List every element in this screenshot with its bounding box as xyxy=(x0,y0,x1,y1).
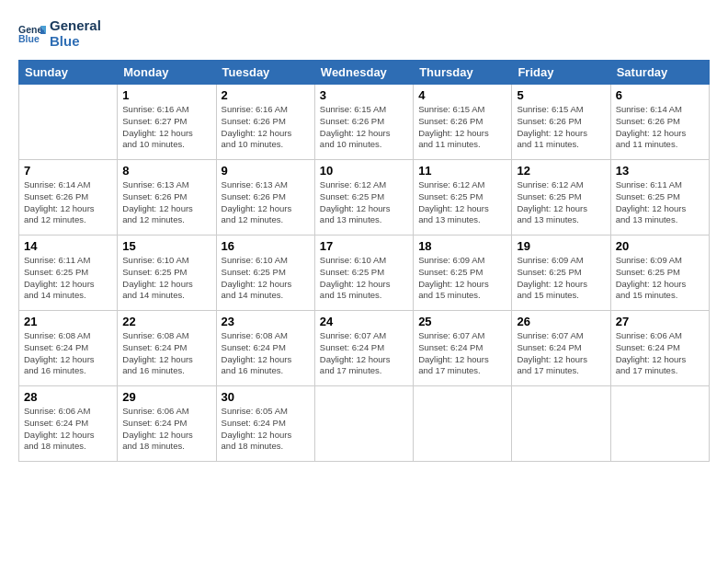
day-number: 17 xyxy=(320,239,408,253)
day-number: 23 xyxy=(222,315,310,328)
calendar-cell: 13Sunrise: 6:11 AM Sunset: 6:25 PM Dayli… xyxy=(610,160,709,236)
calendar-cell: 23Sunrise: 6:08 AM Sunset: 6:24 PM Dayli… xyxy=(216,311,314,386)
day-info: Sunrise: 6:07 AM Sunset: 6:24 PM Dayligh… xyxy=(517,330,605,377)
day-info: Sunrise: 6:13 AM Sunset: 6:26 PM Dayligh… xyxy=(222,179,310,226)
calendar-cell: 11Sunrise: 6:12 AM Sunset: 6:25 PM Dayli… xyxy=(414,160,512,236)
calendar-cell: 9Sunrise: 6:13 AM Sunset: 6:26 PM Daylig… xyxy=(216,160,314,236)
day-info: Sunrise: 6:15 AM Sunset: 6:26 PM Dayligh… xyxy=(517,104,605,151)
day-info: Sunrise: 6:16 AM Sunset: 6:26 PM Dayligh… xyxy=(222,104,310,151)
day-info: Sunrise: 6:08 AM Sunset: 6:24 PM Dayligh… xyxy=(222,330,310,377)
day-info: Sunrise: 6:10 AM Sunset: 6:25 PM Dayligh… xyxy=(320,255,408,302)
calendar-cell: 4Sunrise: 6:15 AM Sunset: 6:26 PM Daylig… xyxy=(414,85,512,160)
day-info: Sunrise: 6:09 AM Sunset: 6:25 PM Dayligh… xyxy=(517,255,605,302)
day-info: Sunrise: 6:14 AM Sunset: 6:26 PM Dayligh… xyxy=(616,104,704,151)
day-number: 9 xyxy=(222,164,310,178)
day-number: 13 xyxy=(616,164,704,178)
day-number: 16 xyxy=(222,239,310,253)
calendar-table: SundayMondayTuesdayWednesdayThursdayFrid… xyxy=(18,60,710,462)
day-number: 26 xyxy=(517,315,605,328)
calendar-cell: 10Sunrise: 6:12 AM Sunset: 6:25 PM Dayli… xyxy=(314,160,413,236)
day-number: 8 xyxy=(122,164,210,178)
col-header-thursday: Thursday xyxy=(414,61,512,85)
calendar-cell: 21Sunrise: 6:08 AM Sunset: 6:24 PM Dayli… xyxy=(19,311,118,386)
day-info: Sunrise: 6:09 AM Sunset: 6:25 PM Dayligh… xyxy=(418,255,506,302)
day-info: Sunrise: 6:06 AM Sunset: 6:24 PM Dayligh… xyxy=(616,330,704,377)
calendar-cell: 12Sunrise: 6:12 AM Sunset: 6:25 PM Dayli… xyxy=(512,160,610,236)
calendar-cell xyxy=(19,85,118,160)
day-number: 19 xyxy=(517,239,605,253)
calendar-cell: 14Sunrise: 6:11 AM Sunset: 6:25 PM Dayli… xyxy=(19,236,118,311)
day-info: Sunrise: 6:05 AM Sunset: 6:24 PM Dayligh… xyxy=(222,406,310,453)
col-header-sunday: Sunday xyxy=(19,61,118,85)
calendar-cell xyxy=(610,386,709,462)
day-info: Sunrise: 6:10 AM Sunset: 6:25 PM Dayligh… xyxy=(222,255,310,302)
logo-blue: Blue xyxy=(50,34,101,50)
day-info: Sunrise: 6:07 AM Sunset: 6:24 PM Dayligh… xyxy=(320,330,408,377)
col-header-tuesday: Tuesday xyxy=(216,61,314,85)
calendar-cell xyxy=(414,386,512,462)
day-info: Sunrise: 6:12 AM Sunset: 6:25 PM Dayligh… xyxy=(517,179,605,226)
calendar-cell: 19Sunrise: 6:09 AM Sunset: 6:25 PM Dayli… xyxy=(512,236,610,311)
day-info: Sunrise: 6:14 AM Sunset: 6:26 PM Dayligh… xyxy=(24,179,112,226)
day-info: Sunrise: 6:15 AM Sunset: 6:26 PM Dayligh… xyxy=(418,104,506,151)
calendar-cell: 8Sunrise: 6:13 AM Sunset: 6:26 PM Daylig… xyxy=(118,160,216,236)
logo: General Blue General Blue xyxy=(18,18,101,49)
day-number: 6 xyxy=(616,88,704,102)
calendar-cell xyxy=(314,386,413,462)
day-info: Sunrise: 6:12 AM Sunset: 6:25 PM Dayligh… xyxy=(418,179,506,226)
col-header-saturday: Saturday xyxy=(610,61,709,85)
calendar-cell: 26Sunrise: 6:07 AM Sunset: 6:24 PM Dayli… xyxy=(512,311,610,386)
day-info: Sunrise: 6:09 AM Sunset: 6:25 PM Dayligh… xyxy=(616,255,704,302)
calendar-cell: 5Sunrise: 6:15 AM Sunset: 6:26 PM Daylig… xyxy=(512,85,610,160)
day-number: 29 xyxy=(122,390,210,404)
day-info: Sunrise: 6:08 AM Sunset: 6:24 PM Dayligh… xyxy=(24,330,112,377)
calendar-cell: 27Sunrise: 6:06 AM Sunset: 6:24 PM Dayli… xyxy=(610,311,709,386)
logo-icon: General Blue xyxy=(18,20,46,48)
day-number: 30 xyxy=(222,390,310,404)
day-number: 10 xyxy=(320,164,408,178)
day-info: Sunrise: 6:16 AM Sunset: 6:27 PM Dayligh… xyxy=(122,104,210,151)
day-number: 22 xyxy=(122,315,210,328)
day-number: 11 xyxy=(418,164,506,178)
day-number: 27 xyxy=(616,315,704,328)
calendar-cell: 24Sunrise: 6:07 AM Sunset: 6:24 PM Dayli… xyxy=(314,311,413,386)
day-info: Sunrise: 6:15 AM Sunset: 6:26 PM Dayligh… xyxy=(320,104,408,151)
calendar-cell: 16Sunrise: 6:10 AM Sunset: 6:25 PM Dayli… xyxy=(216,236,314,311)
day-number: 20 xyxy=(616,239,704,253)
calendar-cell: 20Sunrise: 6:09 AM Sunset: 6:25 PM Dayli… xyxy=(610,236,709,311)
day-number: 21 xyxy=(24,315,112,328)
day-number: 4 xyxy=(418,88,506,102)
calendar-cell: 15Sunrise: 6:10 AM Sunset: 6:25 PM Dayli… xyxy=(118,236,216,311)
day-number: 3 xyxy=(320,88,408,102)
day-info: Sunrise: 6:13 AM Sunset: 6:26 PM Dayligh… xyxy=(122,179,210,226)
day-number: 1 xyxy=(122,88,210,102)
day-info: Sunrise: 6:07 AM Sunset: 6:24 PM Dayligh… xyxy=(418,330,506,377)
svg-text:Blue: Blue xyxy=(18,33,40,44)
calendar-cell: 17Sunrise: 6:10 AM Sunset: 6:25 PM Dayli… xyxy=(314,236,413,311)
calendar-cell: 18Sunrise: 6:09 AM Sunset: 6:25 PM Dayli… xyxy=(414,236,512,311)
logo-general: General xyxy=(50,18,101,34)
day-info: Sunrise: 6:12 AM Sunset: 6:25 PM Dayligh… xyxy=(320,179,408,226)
calendar-cell: 7Sunrise: 6:14 AM Sunset: 6:26 PM Daylig… xyxy=(19,160,118,236)
day-number: 24 xyxy=(320,315,408,328)
day-info: Sunrise: 6:11 AM Sunset: 6:25 PM Dayligh… xyxy=(616,179,704,226)
calendar-cell: 1Sunrise: 6:16 AM Sunset: 6:27 PM Daylig… xyxy=(118,85,216,160)
day-number: 12 xyxy=(517,164,605,178)
day-number: 28 xyxy=(24,390,112,404)
day-number: 14 xyxy=(24,239,112,253)
calendar-cell: 28Sunrise: 6:06 AM Sunset: 6:24 PM Dayli… xyxy=(19,386,118,462)
calendar-cell: 6Sunrise: 6:14 AM Sunset: 6:26 PM Daylig… xyxy=(610,85,709,160)
calendar-cell: 2Sunrise: 6:16 AM Sunset: 6:26 PM Daylig… xyxy=(216,85,314,160)
day-number: 5 xyxy=(517,88,605,102)
col-header-wednesday: Wednesday xyxy=(314,61,413,85)
day-info: Sunrise: 6:06 AM Sunset: 6:24 PM Dayligh… xyxy=(122,406,210,453)
day-info: Sunrise: 6:11 AM Sunset: 6:25 PM Dayligh… xyxy=(24,255,112,302)
day-number: 15 xyxy=(122,239,210,253)
calendar-cell: 3Sunrise: 6:15 AM Sunset: 6:26 PM Daylig… xyxy=(314,85,413,160)
day-number: 2 xyxy=(222,88,310,102)
day-info: Sunrise: 6:06 AM Sunset: 6:24 PM Dayligh… xyxy=(24,406,112,453)
day-info: Sunrise: 6:10 AM Sunset: 6:25 PM Dayligh… xyxy=(122,255,210,302)
day-info: Sunrise: 6:08 AM Sunset: 6:24 PM Dayligh… xyxy=(122,330,210,377)
day-number: 25 xyxy=(418,315,506,328)
col-header-friday: Friday xyxy=(512,61,610,85)
